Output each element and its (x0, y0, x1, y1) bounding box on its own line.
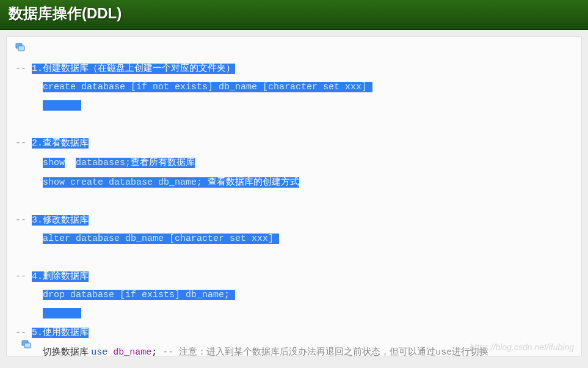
code-line: alter database db_name [character set xx… (15, 230, 573, 248)
code-line: drop database [if exists] db_name; (15, 286, 573, 304)
code-line (15, 97, 573, 115)
blank-line (15, 115, 573, 133)
code-line: -- 2.查看数据库 (15, 133, 573, 153)
code-block: -- 1.创建数据库（在磁盘上创建一个对应的文件夹） create databa… (15, 59, 573, 356)
code-line (15, 304, 573, 323)
blank-line (15, 192, 573, 210)
section-header: 数据库操作(DDL) (0, 0, 588, 30)
code-line: show databases;查看所有数据库 (15, 153, 573, 172)
code-line: create database [if not exists] db_name … (15, 78, 573, 97)
code-panel: -- 1.创建数据库（在磁盘上创建一个对应的文件夹） create databa… (6, 36, 582, 356)
copy-icon[interactable] (21, 340, 32, 351)
code-line: -- 3.修改数据库 (15, 210, 573, 230)
code-line: show create database db_name; 查看数据库的创建方式 (15, 172, 573, 192)
code-line: -- 4.删除数据库 (15, 267, 573, 286)
code-line: -- 1.创建数据库（在磁盘上创建一个对应的文件夹） (15, 59, 573, 78)
header-title: 数据库操作(DDL) (9, 5, 122, 21)
copy-icon[interactable] (15, 43, 26, 53)
watermark-text: https://blog.csdn.net/ifubing (470, 342, 574, 352)
code-line: -- 5.使用数据库 (15, 323, 573, 342)
page: { "header": { "title": "数据库操作(DDL)" }, "… (0, 0, 588, 368)
svg-rect-1 (18, 46, 24, 51)
blank-line (15, 248, 573, 267)
svg-rect-3 (24, 343, 31, 348)
